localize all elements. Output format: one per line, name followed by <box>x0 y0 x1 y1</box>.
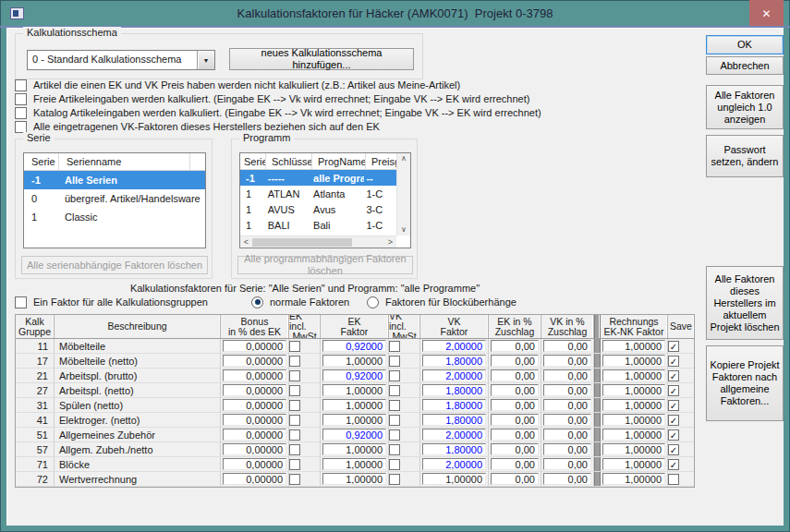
ek-incl-mwst-checkbox[interactable] <box>289 459 300 470</box>
option-checkbox-vk-factors-ek[interactable] <box>15 121 27 133</box>
ek-zuschlag-field[interactable]: 0,00 <box>491 384 539 396</box>
programm-vertical-scrollbar[interactable]: ∧ ∨ <box>396 153 410 236</box>
save-checkbox[interactable]: ✓ <box>668 341 679 352</box>
rechnungs-faktor-field[interactable]: 1,00000 <box>602 355 665 367</box>
vk-faktor-field[interactable]: 1,80000 <box>422 414 486 426</box>
serie-row[interactable]: -1Alle Serien <box>24 171 205 189</box>
vk-zuschlag-field[interactable]: 0,00 <box>543 369 591 381</box>
vk-faktor-field[interactable]: 1,80000 <box>422 443 486 455</box>
ek-zuschlag-field[interactable]: 0,00 <box>491 399 539 411</box>
vk-faktor-field[interactable]: 2,00000 <box>422 340 486 352</box>
ek-faktor-field[interactable]: 0,92000 <box>322 369 386 381</box>
scroll-up-icon[interactable]: ∧ <box>401 153 407 164</box>
vk-faktor-field[interactable]: 1,80000 <box>422 355 486 367</box>
bonus-field[interactable]: 0,00000 <box>223 355 286 367</box>
rechnungs-faktor-field[interactable]: 1,00000 <box>602 369 665 381</box>
save-checkbox[interactable]: ✓ <box>668 385 679 396</box>
ek-incl-mwst-checkbox[interactable] <box>289 370 300 381</box>
titlebar[interactable]: Kalkulationsfaktoren für Häcker (AMK0071… <box>1 1 789 26</box>
vk-incl-mwst-checkbox[interactable] <box>389 459 400 470</box>
vk-zuschlag-field[interactable]: 0,00 <box>543 340 591 352</box>
rechnungs-faktor-field[interactable]: 1,00000 <box>602 414 665 426</box>
programm-horizontal-scrollbar[interactable]: < > <box>240 236 396 248</box>
bonus-field[interactable]: 0,00000 <box>223 414 286 426</box>
ek-incl-mwst-checkbox[interactable] <box>289 429 300 441</box>
serie-row[interactable]: 0übergreif. Artikel/Handelsware <box>24 189 205 208</box>
block-factors-radio[interactable] <box>367 296 379 308</box>
normal-factors-radio[interactable] <box>251 296 263 308</box>
vk-zuschlag-field[interactable]: 0,00 <box>543 443 591 455</box>
ek-incl-mwst-checkbox[interactable] <box>289 400 300 411</box>
vk-zuschlag-field[interactable]: 0,00 <box>543 473 591 485</box>
scroll-left-icon[interactable]: < <box>240 237 252 247</box>
rechnungs-faktor-field[interactable]: 1,00000 <box>602 473 665 485</box>
vk-incl-mwst-checkbox[interactable] <box>389 444 400 455</box>
save-checkbox[interactable]: ✓ <box>668 459 679 470</box>
ek-zuschlag-field[interactable]: 0,00 <box>491 458 539 470</box>
vk-faktor-field[interactable]: 2,00000 <box>422 429 486 441</box>
programm-row[interactable]: -1-----alle Progra...-- <box>240 170 396 186</box>
ek-faktor-field[interactable]: 1,00000 <box>322 414 386 426</box>
save-checkbox[interactable]: ✓ <box>668 356 679 367</box>
vk-incl-mwst-checkbox[interactable] <box>389 400 400 411</box>
ek-zuschlag-field[interactable]: 0,00 <box>491 443 539 455</box>
combo-dropdown-button[interactable]: ▼ <box>197 51 214 69</box>
vk-incl-mwst-checkbox[interactable] <box>389 415 400 426</box>
bonus-field[interactable]: 0,00000 <box>223 458 286 470</box>
ek-faktor-field[interactable]: 1,00000 <box>322 355 386 367</box>
bonus-field[interactable]: 0,00000 <box>223 429 286 441</box>
ek-zuschlag-field[interactable]: 0,00 <box>491 355 539 367</box>
vk-zuschlag-field[interactable]: 0,00 <box>543 429 591 441</box>
add-schema-button[interactable]: neues Kalkulationsschema hinzufügen... <box>229 48 414 70</box>
rechnungs-faktor-field[interactable]: 1,00000 <box>602 458 665 470</box>
vk-zuschlag-field[interactable]: 0,00 <box>543 399 591 411</box>
save-checkbox[interactable]: ✓ <box>668 370 679 381</box>
serienname-column-header[interactable]: Serienname <box>59 153 190 170</box>
scroll-down-icon[interactable]: ∨ <box>401 224 407 236</box>
serie-column-header[interactable]: Serie <box>24 153 59 170</box>
vk-incl-mwst-checkbox[interactable] <box>389 370 400 381</box>
programm-row[interactable]: 1ATLANAtlanta1-C <box>240 186 396 201</box>
show-unequal-factors-button[interactable]: Alle Faktoren ungleich 1.0 anzeigen <box>706 85 784 129</box>
programm-row[interactable]: 1AVUSAvus3-C <box>240 201 396 217</box>
save-checkbox[interactable]: ✓ <box>668 415 679 426</box>
ek-faktor-field[interactable]: 0,92000 <box>322 340 386 352</box>
programm-serie-column-header[interactable]: Serie <box>240 153 266 169</box>
vk-faktor-field[interactable]: 2,00000 <box>422 369 486 381</box>
ek-faktor-field[interactable]: 1,00000 <box>322 399 386 411</box>
ek-incl-mwst-checkbox[interactable] <box>289 415 300 426</box>
programm-progname-column-header[interactable]: ProgName <box>312 153 366 169</box>
serie-row[interactable]: 1Classic <box>24 208 205 226</box>
ek-zuschlag-field[interactable]: 0,00 <box>491 369 539 381</box>
vk-incl-mwst-checkbox[interactable] <box>389 429 400 441</box>
vk-zuschlag-field[interactable]: 0,00 <box>543 384 591 396</box>
delete-all-factors-button[interactable]: Alle Faktoren dieses Herstellers im aktu… <box>706 266 784 340</box>
vk-zuschlag-field[interactable]: 0,00 <box>543 414 591 426</box>
ek-zuschlag-field[interactable]: 0,00 <box>491 340 539 352</box>
vk-zuschlag-field[interactable]: 0,00 <box>543 355 591 367</box>
programm-row[interactable]: 1BALIBali1-C <box>240 217 396 233</box>
vk-incl-mwst-checkbox[interactable] <box>389 341 400 352</box>
ek-faktor-field[interactable]: 1,00000 <box>322 473 386 485</box>
close-button[interactable]: ✕ <box>749 0 784 27</box>
ek-faktor-field[interactable]: 1,00000 <box>322 443 386 455</box>
ek-faktor-field[interactable]: 1,00000 <box>322 458 386 470</box>
vk-incl-mwst-checkbox[interactable] <box>389 385 400 396</box>
vk-faktor-field[interactable]: 1,00000 <box>422 473 486 485</box>
column-splitter[interactable] <box>594 315 601 338</box>
vk-incl-mwst-checkbox[interactable] <box>389 356 400 367</box>
bonus-field[interactable]: 0,00000 <box>223 473 286 485</box>
ek-incl-mwst-checkbox[interactable] <box>289 474 300 485</box>
scroll-right-icon[interactable]: > <box>384 237 396 247</box>
ek-incl-mwst-checkbox[interactable] <box>289 385 300 396</box>
save-checkbox[interactable]: ✓ <box>668 444 679 455</box>
bonus-field[interactable]: 0,00000 <box>223 340 286 352</box>
cancel-button[interactable]: Abbrechen <box>706 56 784 75</box>
set-password-button[interactable]: Passwort setzen, ändern <box>706 135 784 177</box>
ek-incl-mwst-checkbox[interactable] <box>289 341 300 352</box>
vk-incl-mwst-checkbox[interactable] <box>389 474 400 485</box>
rechnungs-faktor-field[interactable]: 1,00000 <box>602 399 665 411</box>
option-checkbox-catalog-article-entries[interactable] <box>15 107 27 119</box>
vk-faktor-field[interactable]: 2,00000 <box>422 458 486 470</box>
option-checkbox-free-article-entries[interactable] <box>15 93 27 105</box>
